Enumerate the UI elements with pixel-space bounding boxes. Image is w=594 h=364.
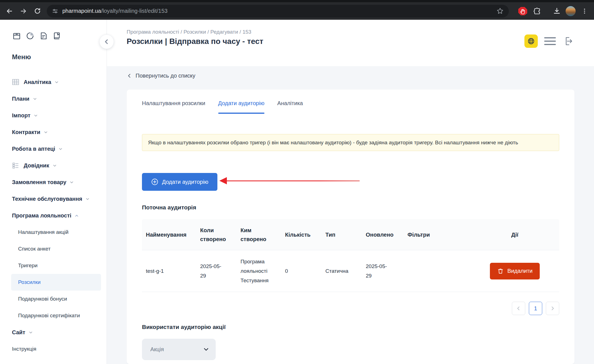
sidebar-menu: АналітикаПланиІмпортКонтрактиРобота в ап…	[0, 74, 107, 357]
url-path: /loyalty/mailing-list/edit/153	[101, 8, 168, 14]
sidebar-item-label: Контракти	[12, 129, 40, 135]
page-title: Розсилки | Відправка по часу - тест	[127, 37, 263, 46]
chevron-down-icon	[53, 164, 57, 168]
sidebar-collapse-button[interactable]	[99, 34, 114, 49]
sidebar-item-label: Список анкет	[18, 246, 51, 252]
sidebar-item-gift-bonuses[interactable]: Подарункові бонуси	[11, 291, 101, 307]
promo-select[interactable]: Акція	[142, 339, 216, 360]
site-info-icon[interactable]	[52, 8, 58, 14]
chevron-down-icon	[34, 113, 38, 118]
sidebar-item-label: Подарункові сертифікати	[18, 313, 80, 319]
grid-icon	[12, 78, 19, 86]
column-header: Дії	[470, 219, 559, 250]
window-frame	[0, 0, 594, 2]
cell-type: Статична	[321, 250, 362, 292]
column-header: Ким створено	[237, 219, 281, 250]
sidebar-item-gift-certificates[interactable]: Подарункові сертифікати	[11, 307, 101, 324]
pie-chart-icon[interactable]	[26, 31, 35, 40]
browser-chrome: pharmapoint.ua/loyalty/mailing-list/edit…	[0, 0, 594, 20]
chevron-down-icon	[85, 197, 90, 201]
sidebar-item-promo-settings[interactable]: Налаштування акцій	[11, 224, 101, 241]
language-globe-button[interactable]	[524, 34, 538, 48]
profile-avatar[interactable]	[566, 6, 576, 16]
add-audience-button-label: Додати аудиторію	[162, 179, 208, 185]
downloads-icon[interactable]	[551, 5, 563, 17]
sidebar-item-label: Програма лояльності	[12, 212, 71, 219]
breadcrumb[interactable]: Програма лояльності / Розсилки / Редагув…	[127, 29, 251, 35]
tab-analytics[interactable]: Аналітика	[277, 100, 303, 114]
tab-add-audience[interactable]: Додати аудиторію	[218, 100, 264, 114]
sidebar-item-pharmacy-work[interactable]: Робота в аптеці	[11, 140, 101, 157]
add-audience-button[interactable]: Додати аудиторію	[142, 173, 217, 191]
column-header: Кількість	[281, 219, 321, 250]
sidebar-item-label: Тригери	[18, 263, 38, 269]
sidebar-item-instruction[interactable]: Інструкція	[11, 341, 101, 357]
pagination-page-1[interactable]: 1	[529, 302, 542, 315]
annotation-arrow	[219, 177, 360, 185]
sidebar-item-analytics[interactable]: Аналітика	[11, 74, 101, 90]
sidebar-item-directory[interactable]: Довідник	[11, 157, 101, 174]
hamburger-menu-icon[interactable]	[544, 37, 556, 45]
sidebar-item-label: Технічне обслуговування	[12, 196, 82, 202]
plus-circle-icon	[151, 178, 158, 185]
sidebar-item-label: Аналітика	[24, 79, 51, 85]
chevron-down-icon	[203, 346, 209, 352]
cell-name: test-g-1	[142, 250, 196, 292]
forward-icon[interactable]	[17, 5, 30, 17]
back-link-label: Повернутись до списку	[136, 73, 195, 79]
use-promo-audience-title: Використати аудиторію акції	[142, 324, 226, 330]
list-icon	[12, 162, 19, 169]
content-card: Налаштування розсилкиДодати аудиторіюАна…	[127, 90, 575, 364]
chevron-left-icon	[127, 73, 132, 78]
archive-box-icon[interactable]	[12, 31, 21, 40]
sidebar-item-label: Розсилки	[18, 279, 41, 285]
sidebar-item-label: Імпорт	[12, 112, 30, 119]
table-row: test-g-12025-05-29Програма лояльності Те…	[142, 250, 559, 292]
sidebar-item-mailings[interactable]: Розсилки	[11, 274, 101, 291]
sidebar-item-label: Плани	[12, 96, 30, 102]
sidebar-item-site[interactable]: Сайт	[11, 324, 101, 341]
browser-toolbar: pharmapoint.ua/loyalty/mailing-list/edit…	[0, 2, 594, 20]
back-icon[interactable]	[3, 5, 16, 17]
pagination-next-button[interactable]	[546, 302, 559, 315]
cell-count: 0	[281, 250, 321, 292]
sidebar-item-import[interactable]: Імпорт	[11, 107, 101, 124]
address-bar[interactable]: pharmapoint.ua/loyalty/mailing-list/edit…	[47, 5, 509, 18]
chevron-down-icon	[58, 147, 63, 151]
url-domain: pharmapoint.ua	[62, 8, 101, 14]
sidebar-item-label: Сайт	[12, 329, 25, 336]
url-text: pharmapoint.ua/loyalty/mailing-list/edit…	[62, 8, 496, 14]
browser-menu-icon[interactable]	[578, 5, 591, 17]
reload-icon[interactable]	[31, 5, 43, 17]
sidebar-item-plans[interactable]: Плани	[11, 90, 101, 107]
sidebar-item-label: Інструкція	[12, 346, 36, 352]
sidebar-item-triggers[interactable]: Тригери	[11, 257, 101, 274]
pagination: 1	[512, 302, 559, 315]
extensions-icon[interactable]	[531, 5, 543, 17]
chevron-up-icon	[75, 214, 79, 218]
table-header-row: НайменуванняКоли створеноКим створеноКіл…	[142, 219, 559, 250]
sidebar-item-loyalty-program[interactable]: Програма лояльності	[11, 207, 101, 224]
pagination-prev-button[interactable]	[512, 302, 525, 315]
sidebar-item-contracts[interactable]: Контракти	[11, 124, 101, 140]
book-icon[interactable]	[52, 31, 61, 40]
sidebar-item-maintenance[interactable]: Технічне обслуговування	[11, 190, 101, 207]
tab-mailing-settings[interactable]: Налаштування розсилки	[142, 100, 205, 114]
current-audience-title: Поточна аудиторія	[142, 204, 196, 211]
adblock-icon[interactable]	[517, 5, 529, 17]
trash-icon	[497, 268, 504, 274]
file-document-icon[interactable]	[39, 31, 48, 40]
cell-updated: 2025-05-29	[362, 250, 404, 292]
logout-icon[interactable]	[562, 36, 573, 47]
delete-button[interactable]: Видалити	[490, 263, 540, 279]
chevron-down-icon	[44, 130, 48, 134]
sidebar-item-goods-order[interactable]: Замовлення товару	[11, 174, 101, 190]
bookmark-star-icon[interactable]	[496, 7, 504, 15]
chevron-down-icon	[29, 330, 33, 335]
column-header: Фільтри	[404, 219, 470, 250]
audience-table: НайменуванняКоли створеноКим створеноКіл…	[142, 219, 559, 292]
back-to-list-link[interactable]: Повернутись до списку	[127, 73, 195, 79]
column-header: Тип	[321, 219, 362, 250]
sidebar-item-questionnaires[interactable]: Список анкет	[11, 241, 101, 257]
delete-button-label: Видалити	[507, 268, 532, 274]
